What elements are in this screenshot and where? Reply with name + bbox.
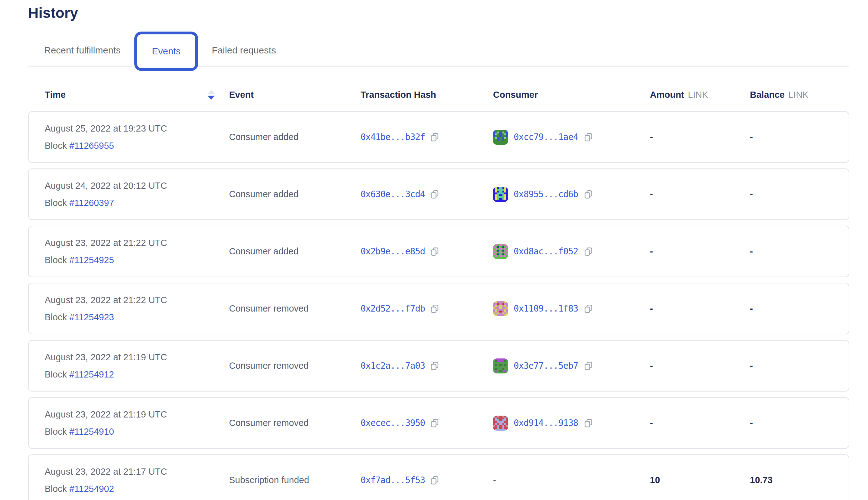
- block-number-link[interactable]: #11254912: [69, 370, 114, 379]
- copy-icon: [430, 132, 439, 142]
- consumer-address-link[interactable]: 0x8955...cd6b: [514, 189, 578, 200]
- table-row: August 23, 2022 at 21:22 UTC Block #1125…: [28, 283, 849, 334]
- transaction-hash-link[interactable]: 0xf7ad...5f53: [361, 475, 425, 485]
- copy-icon: [430, 304, 439, 314]
- block-line: Block #11254923: [45, 312, 229, 322]
- balance-cell: -: [750, 246, 849, 257]
- column-header-transaction-hash: Transaction Hash: [361, 90, 493, 100]
- tab-label: Recent fulfillments: [44, 45, 121, 55]
- tab-events[interactable]: Events: [134, 32, 198, 71]
- table-header-row: Time Event Transaction Hash Consumer Amo…: [28, 85, 853, 104]
- block-line: Block #11254912: [45, 370, 229, 380]
- transaction-hash-link[interactable]: 0xecec...3950: [361, 418, 425, 428]
- transaction-hash-link[interactable]: 0x1c2a...7a03: [361, 361, 425, 371]
- block-label: Block: [45, 312, 69, 322]
- time-cell: August 23, 2022 at 21:22 UTC Block #1125…: [45, 295, 229, 322]
- consumer-address-link[interactable]: 0xd8ac...f052: [514, 246, 578, 257]
- amount-cell: -: [650, 361, 750, 371]
- block-number-link[interactable]: #11265955: [69, 141, 114, 151]
- block-number-link[interactable]: #11254923: [69, 312, 114, 322]
- copy-consumer-address-button[interactable]: [584, 132, 593, 142]
- copy-icon: [430, 189, 439, 200]
- consumer-cell: 0xd914...9138: [493, 416, 650, 431]
- block-label: Block: [45, 255, 69, 265]
- amount-cell: -: [650, 132, 750, 142]
- table-row: August 25, 2022 at 19:23 UTC Block #1126…: [28, 111, 849, 163]
- transaction-hash-cell: 0x2d52...f7db: [361, 304, 493, 314]
- balance-cell: -: [750, 189, 849, 200]
- consumer-dash: -: [493, 475, 496, 485]
- transaction-hash-link[interactable]: 0x2d52...f7db: [361, 304, 425, 314]
- balance-cell: -: [750, 418, 849, 428]
- amount-cell: -: [650, 304, 750, 314]
- copy-consumer-address-button[interactable]: [584, 418, 593, 428]
- column-header-event: Event: [229, 90, 361, 100]
- transaction-hash-cell: 0x630e...3cd4: [361, 189, 493, 200]
- amount-header-label: Amount: [650, 90, 684, 100]
- transaction-hash-link[interactable]: 0x630e...3cd4: [361, 189, 425, 200]
- consumer-avatar: [493, 359, 508, 373]
- transaction-hash-link[interactable]: 0x2b9e...e85d: [361, 246, 425, 257]
- consumer-cell: 0x1109...1f83: [493, 301, 650, 316]
- block-number-link[interactable]: #11254902: [69, 484, 114, 494]
- copy-transaction-hash-button[interactable]: [430, 189, 439, 200]
- block-line: Block #11260397: [45, 198, 229, 208]
- copy-transaction-hash-button[interactable]: [430, 132, 439, 142]
- block-number-link[interactable]: #11254910: [69, 427, 114, 436]
- copy-icon: [430, 418, 439, 428]
- copy-transaction-hash-button[interactable]: [430, 304, 439, 314]
- block-line: Block #11265955: [45, 141, 229, 151]
- copy-consumer-address-button[interactable]: [584, 247, 593, 257]
- time-cell: August 23, 2022 at 21:22 UTC Block #1125…: [45, 238, 229, 265]
- consumer-avatar: [493, 244, 508, 259]
- consumer-cell: 0xcc79...1ae4: [493, 130, 650, 145]
- balance-cell: -: [750, 304, 849, 314]
- transaction-hash-cell: 0x41be...b32f: [361, 132, 493, 142]
- tab-recent-fulfillments[interactable]: Recent fulfillments: [44, 45, 121, 56]
- row-timestamp: August 24, 2022 at 20:12 UTC: [45, 181, 229, 191]
- history-page: History Recent fulfillments Events Faile…: [0, 0, 868, 500]
- column-header-time[interactable]: Time: [45, 90, 229, 100]
- transaction-hash-link[interactable]: 0x41be...b32f: [361, 132, 425, 142]
- copy-consumer-address-button[interactable]: [584, 189, 593, 200]
- amount-cell: -: [650, 189, 750, 200]
- row-timestamp: August 23, 2022 at 21:19 UTC: [45, 352, 229, 363]
- block-number-link[interactable]: #11254925: [69, 255, 114, 265]
- copy-transaction-hash-button[interactable]: [430, 475, 439, 485]
- row-timestamp: August 23, 2022 at 21:22 UTC: [45, 295, 229, 305]
- consumer-cell: -: [493, 475, 650, 485]
- block-number-link[interactable]: #11260397: [69, 198, 114, 208]
- table-row: August 23, 2022 at 21:19 UTC Block #1125…: [28, 340, 849, 391]
- consumer-address-link[interactable]: 0xd914...9138: [514, 418, 578, 428]
- event-cell: Consumer removed: [229, 418, 361, 428]
- amount-cell: -: [650, 246, 750, 257]
- amount-cell: 10: [650, 475, 750, 485]
- event-cell: Consumer removed: [229, 361, 361, 371]
- time-header-label: Time: [45, 90, 66, 100]
- copy-transaction-hash-button[interactable]: [430, 361, 439, 371]
- row-timestamp: August 23, 2022 at 21:17 UTC: [45, 467, 229, 477]
- consumer-address-link[interactable]: 0xcc79...1ae4: [514, 132, 578, 142]
- amount-unit-label: LINK: [688, 90, 708, 100]
- tab-failed-requests[interactable]: Failed requests: [212, 45, 276, 56]
- copy-icon: [584, 304, 593, 314]
- block-label: Block: [45, 198, 69, 208]
- consumer-address-link[interactable]: 0x3e77...5eb7: [514, 361, 578, 371]
- time-cell: August 23, 2022 at 21:17 UTC Block #1125…: [45, 467, 229, 494]
- block-label: Block: [45, 141, 69, 151]
- copy-icon: [584, 418, 593, 428]
- balance-cell: -: [750, 361, 849, 371]
- consumer-avatar: [493, 130, 508, 145]
- column-header-amount: AmountLINK: [650, 90, 750, 100]
- copy-icon: [584, 132, 593, 142]
- copy-transaction-hash-button[interactable]: [430, 247, 439, 257]
- copy-transaction-hash-button[interactable]: [430, 418, 439, 428]
- copy-consumer-address-button[interactable]: [584, 361, 593, 371]
- sort-indicator-icon[interactable]: [207, 90, 215, 100]
- consumer-avatar: [493, 301, 508, 316]
- balance-cell: 10.73: [750, 475, 849, 485]
- consumer-address-link[interactable]: 0x1109...1f83: [514, 304, 578, 314]
- balance-cell: -: [750, 132, 849, 142]
- copy-consumer-address-button[interactable]: [584, 304, 593, 314]
- sort-asc-icon: [207, 90, 215, 94]
